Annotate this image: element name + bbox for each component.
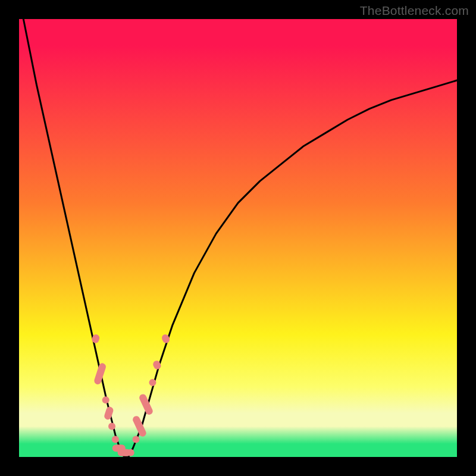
plot-area — [19, 19, 457, 457]
curve-marker — [138, 393, 154, 415]
curve-marker — [93, 362, 107, 386]
curve-path — [19, 0, 457, 457]
curve-marker — [133, 436, 140, 443]
curve-marker — [127, 449, 134, 456]
curve-marker — [112, 436, 119, 443]
curve-marker — [104, 406, 114, 421]
watermark-text: TheBottleneck.com — [360, 4, 469, 18]
curve-marker — [102, 396, 109, 403]
chart-frame: TheBottleneck.com — [0, 0, 476, 476]
marker-group — [91, 333, 171, 456]
curve-marker — [149, 379, 156, 386]
curve-marker — [131, 415, 147, 437]
bottleneck-curve — [19, 19, 457, 457]
curve-marker — [108, 422, 115, 430]
